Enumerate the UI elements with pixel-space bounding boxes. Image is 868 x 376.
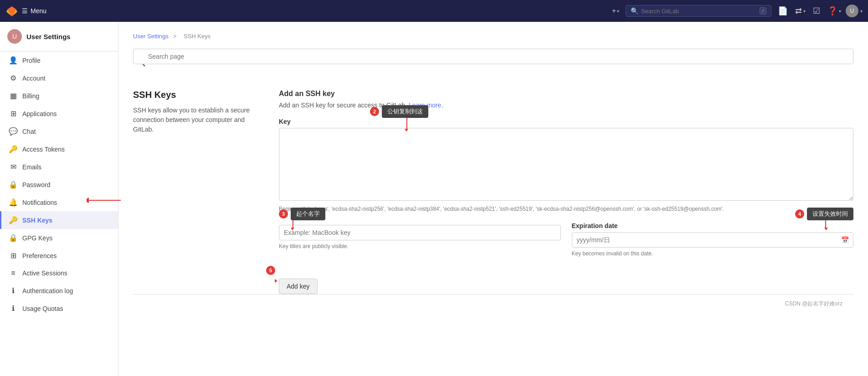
hamburger-icon: ☰ (22, 7, 28, 15)
title-hint: Key titles are publicly visible. (279, 243, 561, 249)
sidebar-item-account[interactable]: ⚙ Account (0, 69, 118, 87)
sidebar-title: User Settings (26, 33, 71, 41)
main-content: User Settings > SSH Keys 🔍 SSH Keys SSH … (118, 22, 868, 376)
sidebar-item-access-tokens[interactable]: 🔑 Access Tokens (0, 140, 118, 158)
help-button[interactable]: ❓▾ (825, 3, 844, 19)
billing-icon: ▦ (9, 91, 18, 100)
ssh-keys-description: SSH keys allow you to establish a secure… (133, 106, 261, 134)
expiry-hint: Key becomes invalid on this date. (572, 250, 854, 257)
sidebar-item-password[interactable]: 🔒 Password (0, 176, 118, 193)
preferences-icon: ⊞ (9, 251, 18, 260)
key-textarea[interactable] (279, 128, 853, 201)
title-field-group: 3 起个名字 Key titles are publicly visible. (279, 222, 561, 249)
sidebar-avatar: U (7, 29, 22, 44)
ssh-keys-section-title: SSH Keys (133, 90, 261, 100)
auth-log-icon: ℹ (9, 286, 18, 295)
sidebar-item-usage-quotas[interactable]: ℹ Usage Quotas (0, 300, 118, 317)
annotation-2-tooltip: 公钥复制到这 (382, 105, 428, 118)
nav-icon-group: 📄 ⇄▾ ☑ ❓▾ U ▾ (775, 3, 863, 19)
plus-icon: + (612, 7, 616, 15)
sidebar-item-label: Access Tokens (22, 146, 65, 153)
top-navigation: ☰ Menu + ▾ 🔍 / 📄 ⇄▾ ☑ ❓▾ U ▾ (0, 0, 868, 22)
add-key-button[interactable]: Add key (279, 279, 318, 294)
sidebar-item-label: Usage Quotas (22, 305, 63, 312)
emails-icon: ✉ (9, 163, 18, 171)
search-input[interactable] (641, 8, 757, 15)
annotation-3-tooltip: 起个名字 (291, 208, 325, 220)
gitlab-logo[interactable] (5, 5, 18, 17)
sidebar-item-label: Account (22, 75, 46, 82)
notifications-icon: 🔔 (9, 198, 18, 207)
menu-label: Menu (31, 7, 46, 15)
sidebar-item-label: Active Sessions (22, 269, 67, 277)
breadcrumb: User Settings > SSH Keys (133, 33, 853, 40)
sidebar-item-label: Applications (22, 110, 57, 117)
add-key-wrapper: 5 Add key (279, 268, 318, 294)
title-input[interactable] (279, 225, 561, 240)
sidebar-item-active-sessions[interactable]: ≡ Active Sessions (0, 264, 118, 282)
annotation-5-badge: 5 (266, 266, 275, 275)
search-slash-indicator: / (760, 7, 766, 15)
page-search-input[interactable] (133, 49, 853, 64)
sidebar-item-label: SSH Keys (22, 217, 52, 224)
todo-button[interactable]: ☑ (810, 3, 823, 19)
sidebar-item-profile[interactable]: 👤 Profile (0, 51, 118, 69)
docs-button[interactable]: 📄 (775, 3, 791, 19)
key-label: Key (279, 118, 853, 125)
merge-requests-button[interactable]: ⇄▾ (792, 3, 808, 19)
ssh-keys-icon: 🔑 (9, 216, 18, 224)
annotation-3-badge: 3 (279, 209, 288, 218)
key-field-wrapper: Key 2 公钥复制到这 Begins with 'ssh-rsa', 'ecd… (279, 118, 853, 213)
user-avatar[interactable]: U (846, 5, 858, 17)
sidebar-item-label: Password (22, 181, 50, 188)
right-form-col: Add an SSH key Add an SSH key for secure… (279, 90, 853, 294)
expiry-field-group: 4 设置失效时间 Expiration date 📅 Key becomes i… (572, 222, 854, 257)
active-sessions-icon: ≡ (9, 269, 18, 277)
expiry-input[interactable] (572, 232, 854, 248)
sidebar-item-chat[interactable]: 💬 Chat (0, 122, 118, 140)
usage-quotas-icon: ℹ (9, 304, 18, 313)
sidebar-item-auth-log[interactable]: ℹ Authentication log (0, 282, 118, 300)
add-ssh-key-title: Add an SSH key (279, 90, 853, 98)
breadcrumb-separator: > (173, 33, 177, 40)
two-col-layout: SSH Keys SSH keys allow you to establish… (133, 90, 853, 294)
left-description-col: SSH Keys SSH keys allow you to establish… (133, 90, 261, 294)
sidebar-item-billing[interactable]: ▦ Billing (0, 87, 118, 105)
sidebar-item-gpg-keys[interactable]: 🔒 GPG Keys (0, 229, 118, 247)
access-tokens-icon: 🔑 (9, 145, 18, 153)
sidebar-item-label: Profile (22, 57, 41, 64)
sidebar-item-label: Billing (22, 92, 39, 100)
page-footer: CSDN @起名字好难orz (133, 294, 853, 313)
menu-button[interactable]: ☰ Menu (22, 7, 46, 15)
sidebar-item-emails[interactable]: ✉ Emails (0, 158, 118, 176)
calendar-icon[interactable]: 📅 (841, 236, 849, 244)
breadcrumb-current: SSH Keys (184, 33, 211, 40)
sidebar-item-label: Authentication log (22, 287, 73, 295)
sidebar-item-preferences[interactable]: ⊞ Preferences (0, 247, 118, 264)
profile-icon: 👤 (9, 56, 18, 65)
expiry-label: Expiration date (572, 222, 854, 229)
avatar-chevron-icon: ▾ (860, 9, 863, 14)
key-hint: Begins with 'ssh-rsa', 'ecdsa-sha2-nistp… (279, 205, 853, 213)
create-new-button[interactable]: + ▾ (609, 5, 622, 17)
sidebar-item-ssh-keys[interactable]: 🔑 SSH Keys 1 (0, 211, 118, 229)
sidebar-item-applications[interactable]: ⊞ Applications (0, 105, 118, 122)
global-search[interactable]: 🔍 / (626, 5, 771, 17)
chevron-down-icon: ▾ (617, 9, 619, 14)
sidebar-item-notifications[interactable]: 🔔 Notifications (0, 193, 118, 211)
password-icon: 🔒 (9, 180, 18, 189)
annotation-1-arrow (118, 196, 123, 206)
annotation-4-badge: 4 (795, 209, 804, 218)
sidebar-item-label: GPG Keys (22, 234, 52, 242)
search-icon: 🔍 (631, 7, 638, 15)
sidebar-header: U User Settings (0, 22, 118, 51)
sidebar: U User Settings 👤 Profile ⚙ Account ▦ Bi… (0, 22, 118, 376)
account-icon: ⚙ (9, 74, 18, 82)
annotation-2-badge: 2 (370, 107, 379, 116)
page-search-wrapper: 🔍 (133, 49, 853, 77)
breadcrumb-parent-link[interactable]: User Settings (133, 33, 169, 40)
sidebar-item-label: Chat (22, 128, 36, 135)
sidebar-item-label: Notifications (22, 199, 57, 206)
add-ssh-key-intro: Add an SSH key for secure access to GitL… (279, 102, 853, 109)
title-expiry-row: 3 起个名字 Key titles are publicly visible. (279, 222, 853, 257)
